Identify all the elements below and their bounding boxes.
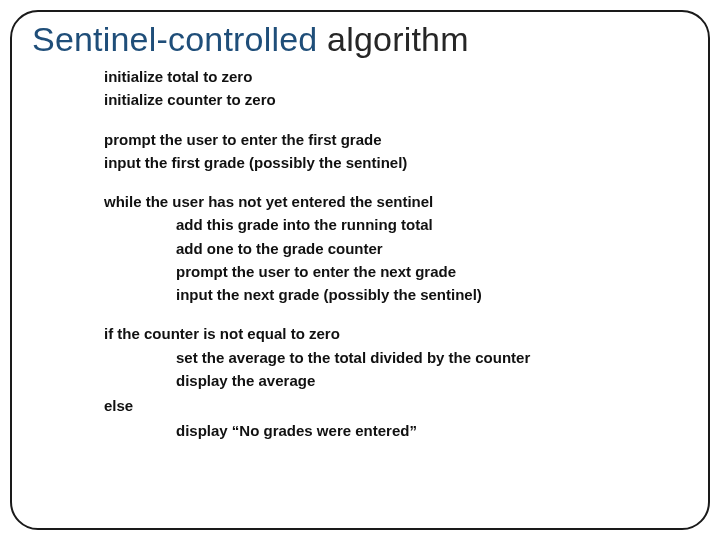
slide-frame: Sentinel-controlled algorithm initialize… [10,10,710,530]
pseudo-block-prompt: prompt the user to enter the first grade… [104,128,688,175]
pseudo-line: else [104,394,688,417]
title-part-1: Sentinel-controlled [32,20,327,58]
pseudo-line: if the counter is not equal to zero [104,322,688,345]
slide-body: initialize total to zero initialize coun… [104,65,688,443]
pseudo-line: prompt the user to enter the next grade [176,260,688,283]
pseudo-line: display “No grades were entered” [176,419,688,442]
pseudo-line: initialize counter to zero [104,88,688,111]
pseudo-line: initialize total to zero [104,65,688,88]
pseudo-line: input the first grade (possibly the sent… [104,151,688,174]
pseudo-line: prompt the user to enter the first grade [104,128,688,151]
pseudo-line: set the average to the total divided by … [176,346,688,369]
title-part-2: algorithm [327,20,469,58]
slide-title: Sentinel-controlled algorithm [32,20,688,59]
pseudo-block-init: initialize total to zero initialize coun… [104,65,688,112]
pseudo-line: input the next grade (possibly the senti… [176,283,688,306]
pseudo-line: add one to the grade counter [176,237,688,260]
pseudo-block-if: if the counter is not equal to zero set … [104,322,688,442]
pseudo-block-while: while the user has not yet entered the s… [104,190,688,306]
pseudo-line: add this grade into the running total [176,213,688,236]
pseudo-line: while the user has not yet entered the s… [104,190,688,213]
pseudo-line: display the average [176,369,688,392]
